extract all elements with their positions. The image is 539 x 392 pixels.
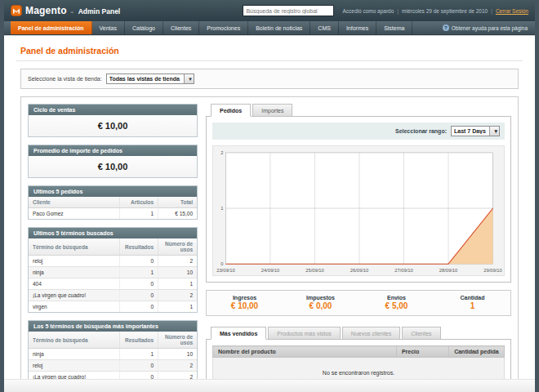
magento-logo-icon: [11, 5, 22, 16]
cell-uses: 10: [158, 267, 197, 278]
lifetime-sales-title: Ciclo de ventas: [29, 105, 197, 115]
products-table: Nombre del producto Precio Cantidad pedi…: [212, 345, 505, 379]
range-select-wrap: Last 7 Days: [451, 126, 500, 136]
nav-item-ventas[interactable]: Ventas: [92, 21, 125, 34]
cell-uses: 10: [158, 349, 197, 360]
cell-items: 1: [119, 208, 158, 220]
nav-item-dashboard[interactable]: Panel de administración: [11, 21, 92, 34]
last-orders-title: Ultimos 5 pedidos: [29, 186, 197, 197]
logo-subtitle: Admin Panel: [78, 7, 120, 16]
global-search-input[interactable]: [243, 5, 334, 16]
range-select[interactable]: Last 7 Days: [451, 126, 500, 136]
cell-results: 0: [119, 360, 158, 372]
tab-importes[interactable]: Importes: [252, 104, 292, 117]
empty-message: No se encontraron registros.: [213, 358, 505, 380]
svg-text:29/09/10: 29/09/10: [483, 268, 502, 273]
stat-ingresos: Ingresos € 10,00: [207, 295, 283, 310]
svg-text:0: 0: [220, 261, 224, 266]
svg-text:25/09/10: 25/09/10: [305, 268, 324, 273]
table-row[interactable]: reloj 0 2: [29, 360, 197, 372]
nav-item-sistema[interactable]: Sistema: [376, 21, 412, 34]
tab-nuevos-clientes[interactable]: Nuevos clientes: [342, 327, 400, 340]
main-nav: Panel de administración Ventas Catálogo …: [4, 21, 535, 35]
totals-bar: Ingresos € 10,00 Impuestos € 0,00 Envios…: [206, 290, 511, 316]
stat-value: € 10,00: [207, 301, 283, 310]
table-row[interactable]: virgen 0 1: [29, 301, 197, 313]
stat-value: € 0,00: [283, 301, 359, 310]
table-row[interactable]: reloj 0 2: [29, 256, 197, 267]
nav-item-boletin[interactable]: Boletín de noticias: [248, 21, 310, 34]
tab-clientes[interactable]: Clientes: [402, 327, 440, 340]
nav-item-clientes[interactable]: Clientes: [163, 21, 199, 34]
logo-title: Magento: [25, 5, 67, 16]
cell-results: 0: [119, 256, 158, 267]
svg-text:24/09/10: 24/09/10: [261, 268, 280, 273]
table-row[interactable]: ¡La virgen que cuadro! 0 2: [29, 372, 197, 380]
tab-pedidos[interactable]: Pedidos: [211, 104, 251, 117]
header-separator: |: [491, 8, 492, 14]
page: Magento™ Admin Panel Accedió como apardo…: [4, 0, 535, 392]
lifetime-sales-value: € 10,00: [29, 115, 197, 136]
table-row[interactable]: ninja 1 10: [29, 349, 197, 360]
table-row[interactable]: ninja 1 10: [29, 267, 197, 278]
cell-uses: 2: [158, 360, 197, 372]
products-grid: Nombre del producto Precio Cantidad pedi…: [206, 339, 511, 379]
cell-results: 1: [119, 267, 158, 278]
column-header: Resultados: [119, 332, 158, 349]
stat-label: Cantidad: [434, 295, 510, 301]
store-view-label: Seleccione la vista de tienda:: [28, 76, 102, 82]
logo-trademark: ™: [70, 11, 74, 15]
cell-results: 0: [119, 290, 158, 301]
header-separator: |: [397, 8, 399, 14]
nav-help: ? Obtener ayuda para esta página: [443, 21, 535, 34]
table-row[interactable]: ¡La virgen que cuadro! 0 2: [29, 290, 197, 301]
nav-item-catalogo[interactable]: Catálogo: [125, 21, 163, 34]
svg-text:27/09/10: 27/09/10: [394, 268, 413, 273]
nav-item-informes[interactable]: Informes: [339, 21, 376, 34]
column-header: Resultados: [119, 238, 158, 256]
stat-label: Envios: [359, 295, 434, 301]
average-orders-box: Promedio de importe de pedidos € 10,00: [28, 145, 198, 178]
stat-value: 1: [434, 301, 510, 310]
cell-term: ninja: [29, 349, 119, 360]
cell-uses: 1: [158, 278, 197, 290]
last-search-terms-table: Término de búsqueda Resultados Número de…: [29, 238, 197, 312]
table-row[interactable]: 404 0 1: [29, 278, 197, 290]
cell-results: 0: [119, 278, 158, 290]
grid-tabs: Más vendidos Productos más vistos Nuevos…: [206, 327, 511, 339]
cell-term: reloj: [29, 256, 119, 267]
logout-link[interactable]: Cerrar Sesión: [496, 8, 528, 14]
store-view-select[interactable]: Todas las vistas de tienda: [106, 74, 194, 84]
nav-item-cms[interactable]: CMS: [310, 21, 339, 34]
cell-term: ¡La virgen que cuadro!: [29, 372, 119, 380]
tab-productos-mas-vistos[interactable]: Productos más vistos: [268, 327, 341, 340]
nav-item-promociones[interactable]: Promociones: [199, 21, 248, 34]
main-content: Panel de administración Seleccione la vi…: [4, 35, 535, 379]
stat-value: € 5,00: [359, 301, 434, 310]
logged-in-as: Accedió como apardo: [342, 8, 394, 14]
logo: Magento™ Admin Panel: [11, 5, 120, 16]
table-row[interactable]: Paco Gomez 1 € 15,00: [29, 208, 197, 220]
stat-label: Impuestos: [283, 295, 359, 301]
cell-total: € 15,00: [158, 208, 197, 220]
column-header: Nombre del producto: [213, 346, 397, 358]
cell-uses: 2: [158, 290, 197, 301]
last-orders-table: Cliente Articulos Total Paco Gomez 1 € 1…: [29, 197, 197, 219]
last-search-terms-box: Ultimos 5 términos buscados Término de b…: [28, 227, 198, 313]
lifetime-sales-box: Ciclo de ventas € 10,00: [28, 104, 198, 137]
column-header: Cantidad pedida: [449, 346, 505, 358]
svg-text:1: 1: [220, 206, 223, 211]
help-link[interactable]: Obtener ayuda para esta página: [452, 25, 528, 31]
window-frame: Magento™ Admin Panel Accedió como apardo…: [0, 0, 539, 392]
cell-results: 0: [119, 372, 158, 380]
column-header: Articulos: [119, 197, 158, 208]
column-header: Número de usos: [158, 332, 197, 349]
top-search-terms-box: Los 5 términos de búsqueda más important…: [28, 320, 198, 379]
stat-label: Ingresos: [207, 295, 283, 301]
column-header: Precio: [396, 346, 448, 358]
tab-mas-vendidos[interactable]: Más vendidos: [211, 327, 266, 340]
stat-impuestos: Impuestos € 0,00: [283, 295, 359, 310]
sales-chart-svg: 01223/09/1024/09/1025/09/1026/09/1027/09…: [212, 145, 505, 276]
cell-term: ¡La virgen que cuadro!: [29, 290, 119, 301]
top-search-terms-title: Los 5 términos de búsqueda más important…: [29, 321, 197, 332]
